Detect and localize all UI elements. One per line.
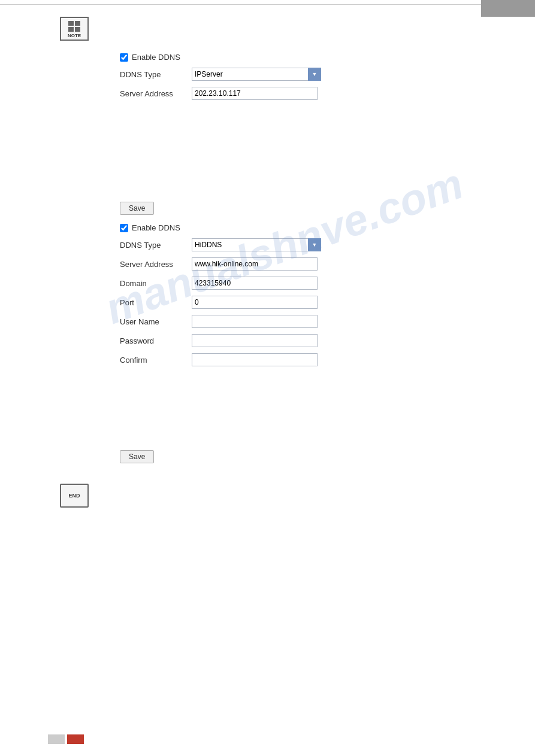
ddns-type-select-wrapper-1: IPServer HiDDNS NO-IP DynDNS	[192, 68, 321, 81]
domain-label: Domain	[120, 279, 192, 288]
password-label: Password	[120, 336, 192, 345]
domain-input[interactable]	[192, 277, 318, 290]
end-area: END	[60, 484, 535, 508]
end-icon: END	[60, 484, 89, 508]
enable-ddns-label-1: Enable DDNS	[132, 53, 180, 62]
note-text: NOTE	[68, 33, 81, 38]
end-label: END	[68, 493, 80, 499]
top-bar-gray-block	[481, 0, 535, 17]
spacer-2	[0, 372, 535, 450]
page-box-gray	[48, 734, 65, 744]
ddns-type-row-1: DDNS Type IPServer HiDDNS NO-IP DynDNS	[120, 68, 535, 81]
enable-ddns-checkbox-1[interactable]	[120, 53, 128, 62]
confirm-row: Confirm	[120, 353, 535, 366]
ddns-type-label-1: DDNS Type	[120, 70, 192, 79]
server-address-input-2[interactable]	[192, 257, 318, 271]
port-row: Port	[120, 296, 535, 309]
password-row: Password	[120, 334, 535, 347]
confirm-input[interactable]	[192, 353, 318, 366]
server-address-row-2: Server Address	[120, 257, 535, 271]
ddns-type-select-2[interactable]: IPServer HiDDNS NO-IP DynDNS	[192, 238, 321, 251]
save-area-1: Save	[120, 202, 535, 223]
port-label: Port	[120, 298, 192, 307]
server-address-row-1: Server Address	[120, 87, 535, 100]
server-address-label-2: Server Address	[120, 260, 192, 269]
server-address-label-1: Server Address	[120, 89, 192, 98]
note-icon: NOTE	[60, 17, 89, 41]
top-bar	[0, 0, 535, 5]
note-area: NOTE	[60, 17, 535, 41]
enable-ddns-checkbox-2[interactable]	[120, 224, 128, 232]
ddns-type-select-1[interactable]: IPServer HiDDNS NO-IP DynDNS	[192, 68, 321, 81]
username-input[interactable]	[192, 315, 318, 328]
page-indicator	[48, 734, 84, 744]
save-button-2[interactable]: Save	[120, 450, 154, 463]
ddns-type-label-2: DDNS Type	[120, 241, 192, 250]
domain-row: Domain	[120, 277, 535, 290]
ddns-section-2: Enable DDNS DDNS Type IPServer HiDDNS NO…	[120, 223, 535, 366]
save-button-1[interactable]: Save	[120, 202, 154, 215]
spacer-1	[0, 106, 535, 202]
page-container: NOTE Enable DDNS DDNS Type IPServer HiDD…	[0, 0, 535, 756]
port-input[interactable]	[192, 296, 318, 309]
password-input[interactable]	[192, 334, 318, 347]
ddns-type-select-wrapper-2: IPServer HiDDNS NO-IP DynDNS	[192, 238, 321, 251]
username-label: User Name	[120, 317, 192, 326]
username-row: User Name	[120, 315, 535, 328]
save-area-2: Save	[120, 450, 535, 472]
ddns-section-1: Enable DDNS DDNS Type IPServer HiDDNS NO…	[120, 53, 535, 100]
enable-ddns-row-1: Enable DDNS	[120, 53, 535, 62]
server-address-input-1[interactable]	[192, 87, 318, 100]
enable-ddns-row-2: Enable DDNS	[120, 223, 535, 232]
ddns-type-row-2: DDNS Type IPServer HiDDNS NO-IP DynDNS	[120, 238, 535, 251]
enable-ddns-label-2: Enable DDNS	[132, 223, 180, 232]
confirm-label: Confirm	[120, 356, 192, 365]
page-box-red	[67, 734, 84, 744]
